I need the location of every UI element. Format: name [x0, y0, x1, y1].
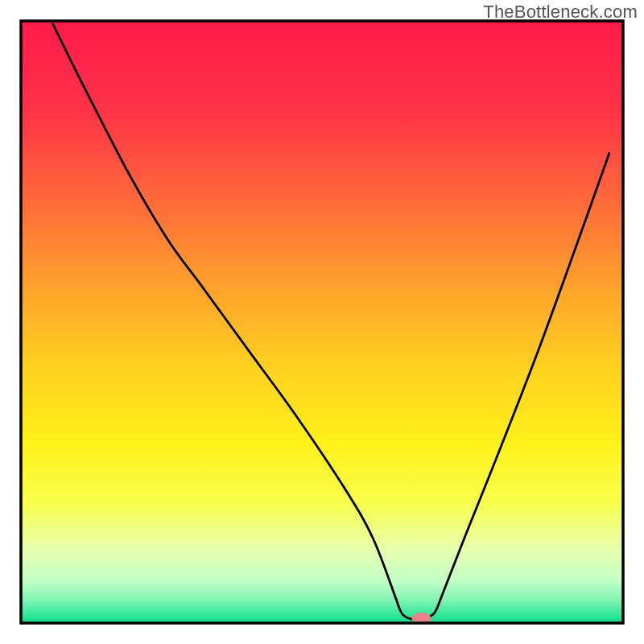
bottleneck-chart	[0, 0, 644, 644]
chart-container: TheBottleneck.com	[0, 0, 644, 644]
gradient-background	[21, 21, 623, 623]
watermark-text: TheBottleneck.com	[483, 2, 638, 23]
